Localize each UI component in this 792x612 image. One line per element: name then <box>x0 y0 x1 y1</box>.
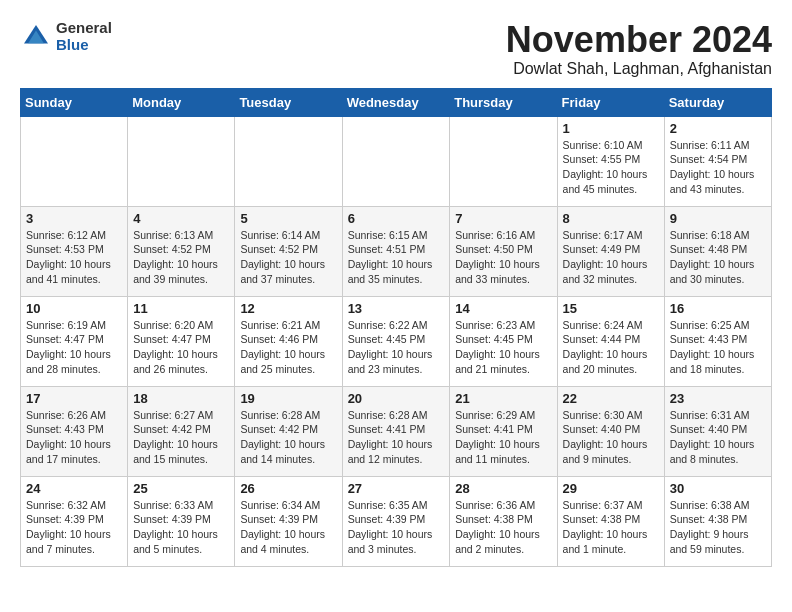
day-number: 12 <box>240 301 336 316</box>
day-info: Sunrise: 6:19 AM Sunset: 4:47 PM Dayligh… <box>26 318 122 377</box>
day-info: Sunrise: 6:37 AM Sunset: 4:38 PM Dayligh… <box>563 498 659 557</box>
calendar-cell: 2Sunrise: 6:11 AM Sunset: 4:54 PM Daylig… <box>664 116 771 206</box>
day-number: 30 <box>670 481 766 496</box>
day-number: 27 <box>348 481 445 496</box>
day-number: 13 <box>348 301 445 316</box>
calendar-cell: 3Sunrise: 6:12 AM Sunset: 4:53 PM Daylig… <box>21 206 128 296</box>
week-row-4: 17Sunrise: 6:26 AM Sunset: 4:43 PM Dayli… <box>21 386 772 476</box>
calendar-cell: 25Sunrise: 6:33 AM Sunset: 4:39 PM Dayli… <box>128 476 235 566</box>
day-info: Sunrise: 6:17 AM Sunset: 4:49 PM Dayligh… <box>563 228 659 287</box>
calendar-cell: 1Sunrise: 6:10 AM Sunset: 4:55 PM Daylig… <box>557 116 664 206</box>
calendar-cell: 11Sunrise: 6:20 AM Sunset: 4:47 PM Dayli… <box>128 296 235 386</box>
logo-blue: Blue <box>56 37 112 54</box>
calendar-cell: 13Sunrise: 6:22 AM Sunset: 4:45 PM Dayli… <box>342 296 450 386</box>
day-info: Sunrise: 6:13 AM Sunset: 4:52 PM Dayligh… <box>133 228 229 287</box>
day-info: Sunrise: 6:29 AM Sunset: 4:41 PM Dayligh… <box>455 408 551 467</box>
calendar-cell: 27Sunrise: 6:35 AM Sunset: 4:39 PM Dayli… <box>342 476 450 566</box>
day-info: Sunrise: 6:36 AM Sunset: 4:38 PM Dayligh… <box>455 498 551 557</box>
weekday-header-wednesday: Wednesday <box>342 88 450 116</box>
day-number: 17 <box>26 391 122 406</box>
day-number: 3 <box>26 211 122 226</box>
day-number: 9 <box>670 211 766 226</box>
day-number: 25 <box>133 481 229 496</box>
day-number: 15 <box>563 301 659 316</box>
day-info: Sunrise: 6:34 AM Sunset: 4:39 PM Dayligh… <box>240 498 336 557</box>
day-info: Sunrise: 6:14 AM Sunset: 4:52 PM Dayligh… <box>240 228 336 287</box>
weekday-header-sunday: Sunday <box>21 88 128 116</box>
day-info: Sunrise: 6:10 AM Sunset: 4:55 PM Dayligh… <box>563 138 659 197</box>
day-number: 14 <box>455 301 551 316</box>
day-number: 11 <box>133 301 229 316</box>
calendar-cell: 20Sunrise: 6:28 AM Sunset: 4:41 PM Dayli… <box>342 386 450 476</box>
calendar-cell: 23Sunrise: 6:31 AM Sunset: 4:40 PM Dayli… <box>664 386 771 476</box>
day-info: Sunrise: 6:28 AM Sunset: 4:41 PM Dayligh… <box>348 408 445 467</box>
calendar-cell: 9Sunrise: 6:18 AM Sunset: 4:48 PM Daylig… <box>664 206 771 296</box>
calendar-table: SundayMondayTuesdayWednesdayThursdayFrid… <box>20 88 772 567</box>
day-info: Sunrise: 6:30 AM Sunset: 4:40 PM Dayligh… <box>563 408 659 467</box>
weekday-header-thursday: Thursday <box>450 88 557 116</box>
day-number: 1 <box>563 121 659 136</box>
day-number: 7 <box>455 211 551 226</box>
page-header: General Blue November 2024 Dowlat Shah, … <box>20 20 772 78</box>
calendar-cell: 18Sunrise: 6:27 AM Sunset: 4:42 PM Dayli… <box>128 386 235 476</box>
day-number: 23 <box>670 391 766 406</box>
logo-text: General Blue <box>56 20 112 53</box>
weekday-header-saturday: Saturday <box>664 88 771 116</box>
day-info: Sunrise: 6:28 AM Sunset: 4:42 PM Dayligh… <box>240 408 336 467</box>
calendar-cell <box>342 116 450 206</box>
calendar-cell: 6Sunrise: 6:15 AM Sunset: 4:51 PM Daylig… <box>342 206 450 296</box>
month-title: November 2024 <box>506 20 772 60</box>
day-info: Sunrise: 6:12 AM Sunset: 4:53 PM Dayligh… <box>26 228 122 287</box>
day-number: 4 <box>133 211 229 226</box>
calendar-cell: 8Sunrise: 6:17 AM Sunset: 4:49 PM Daylig… <box>557 206 664 296</box>
day-info: Sunrise: 6:21 AM Sunset: 4:46 PM Dayligh… <box>240 318 336 377</box>
day-info: Sunrise: 6:20 AM Sunset: 4:47 PM Dayligh… <box>133 318 229 377</box>
day-info: Sunrise: 6:11 AM Sunset: 4:54 PM Dayligh… <box>670 138 766 197</box>
calendar-cell <box>21 116 128 206</box>
calendar-cell: 22Sunrise: 6:30 AM Sunset: 4:40 PM Dayli… <box>557 386 664 476</box>
day-info: Sunrise: 6:25 AM Sunset: 4:43 PM Dayligh… <box>670 318 766 377</box>
calendar-cell: 28Sunrise: 6:36 AM Sunset: 4:38 PM Dayli… <box>450 476 557 566</box>
day-info: Sunrise: 6:27 AM Sunset: 4:42 PM Dayligh… <box>133 408 229 467</box>
day-info: Sunrise: 6:18 AM Sunset: 4:48 PM Dayligh… <box>670 228 766 287</box>
day-number: 20 <box>348 391 445 406</box>
day-info: Sunrise: 6:33 AM Sunset: 4:39 PM Dayligh… <box>133 498 229 557</box>
day-number: 5 <box>240 211 336 226</box>
day-number: 21 <box>455 391 551 406</box>
day-info: Sunrise: 6:15 AM Sunset: 4:51 PM Dayligh… <box>348 228 445 287</box>
calendar-cell: 21Sunrise: 6:29 AM Sunset: 4:41 PM Dayli… <box>450 386 557 476</box>
day-info: Sunrise: 6:23 AM Sunset: 4:45 PM Dayligh… <box>455 318 551 377</box>
week-row-3: 10Sunrise: 6:19 AM Sunset: 4:47 PM Dayli… <box>21 296 772 386</box>
calendar-cell: 12Sunrise: 6:21 AM Sunset: 4:46 PM Dayli… <box>235 296 342 386</box>
day-number: 16 <box>670 301 766 316</box>
weekday-header-friday: Friday <box>557 88 664 116</box>
weekday-header-tuesday: Tuesday <box>235 88 342 116</box>
day-number: 26 <box>240 481 336 496</box>
calendar-cell: 5Sunrise: 6:14 AM Sunset: 4:52 PM Daylig… <box>235 206 342 296</box>
calendar-cell: 26Sunrise: 6:34 AM Sunset: 4:39 PM Dayli… <box>235 476 342 566</box>
logo-general: General <box>56 20 112 37</box>
day-info: Sunrise: 6:31 AM Sunset: 4:40 PM Dayligh… <box>670 408 766 467</box>
day-info: Sunrise: 6:38 AM Sunset: 4:38 PM Dayligh… <box>670 498 766 557</box>
title-block: November 2024 Dowlat Shah, Laghman, Afgh… <box>506 20 772 78</box>
calendar-cell: 24Sunrise: 6:32 AM Sunset: 4:39 PM Dayli… <box>21 476 128 566</box>
calendar-cell: 14Sunrise: 6:23 AM Sunset: 4:45 PM Dayli… <box>450 296 557 386</box>
day-number: 28 <box>455 481 551 496</box>
weekday-header-row: SundayMondayTuesdayWednesdayThursdayFrid… <box>21 88 772 116</box>
day-number: 19 <box>240 391 336 406</box>
day-info: Sunrise: 6:22 AM Sunset: 4:45 PM Dayligh… <box>348 318 445 377</box>
day-number: 29 <box>563 481 659 496</box>
calendar-cell <box>128 116 235 206</box>
day-number: 24 <box>26 481 122 496</box>
day-number: 10 <box>26 301 122 316</box>
calendar-cell: 19Sunrise: 6:28 AM Sunset: 4:42 PM Dayli… <box>235 386 342 476</box>
location-title: Dowlat Shah, Laghman, Afghanistan <box>506 60 772 78</box>
calendar-cell <box>235 116 342 206</box>
calendar-cell <box>450 116 557 206</box>
day-number: 22 <box>563 391 659 406</box>
day-info: Sunrise: 6:26 AM Sunset: 4:43 PM Dayligh… <box>26 408 122 467</box>
day-info: Sunrise: 6:24 AM Sunset: 4:44 PM Dayligh… <box>563 318 659 377</box>
day-info: Sunrise: 6:32 AM Sunset: 4:39 PM Dayligh… <box>26 498 122 557</box>
day-number: 8 <box>563 211 659 226</box>
calendar-cell: 16Sunrise: 6:25 AM Sunset: 4:43 PM Dayli… <box>664 296 771 386</box>
